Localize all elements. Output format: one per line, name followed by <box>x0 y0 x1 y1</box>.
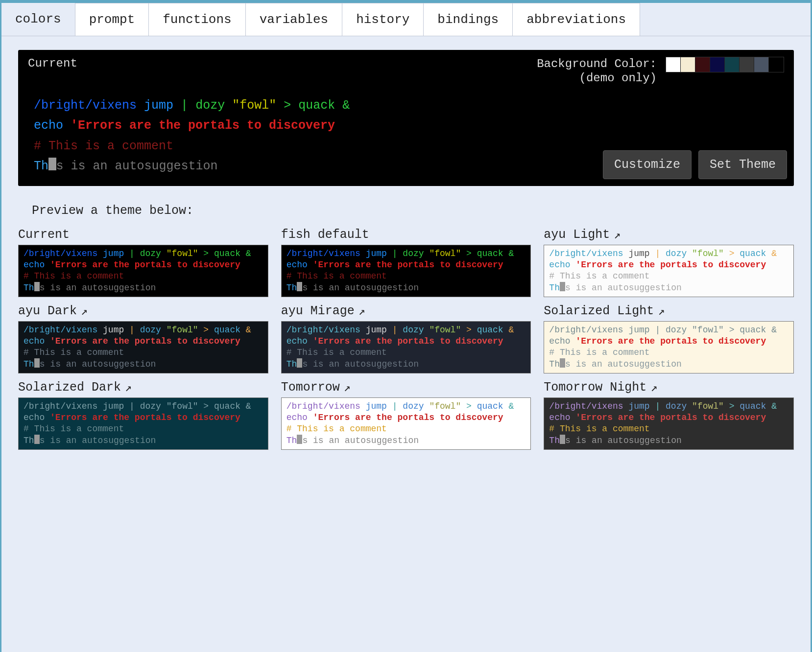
current-title: Current <box>28 57 77 70</box>
theme-title[interactable]: ayu Mirage ↗ <box>281 304 531 318</box>
tab-variables[interactable]: variables <box>245 3 342 36</box>
external-link-icon[interactable]: ↗ <box>344 381 351 395</box>
preview-label: Preview a theme below: <box>32 204 794 218</box>
theme-code-sample[interactable]: /bright/vixens jump | dozy "fowl" > quac… <box>18 321 268 373</box>
bg-color-label: Background Color: <box>537 57 657 71</box>
bg-swatch[interactable] <box>754 57 769 72</box>
external-link-icon[interactable]: ↗ <box>650 381 657 395</box>
external-link-icon[interactable]: ↗ <box>658 304 665 318</box>
theme-title[interactable]: Current <box>18 228 268 242</box>
theme-preview: fish default/bright/vixens jump | dozy "… <box>281 228 531 297</box>
theme-code-sample[interactable]: /bright/vixens jump | dozy "fowl" > quac… <box>544 321 794 373</box>
theme-title[interactable]: ayu Light ↗ <box>544 228 794 242</box>
bg-swatch[interactable] <box>710 57 725 72</box>
current-theme-block: Current Background Color: (demo only) /b… <box>18 50 794 186</box>
theme-preview: Solarized Dark ↗/bright/vixens jump | do… <box>18 380 268 450</box>
theme-title[interactable]: Tomorrow Night ↗ <box>544 380 794 395</box>
theme-title[interactable]: ayu Dark ↗ <box>18 304 268 318</box>
tab-colors[interactable]: colors <box>1 3 75 36</box>
theme-title[interactable]: Tomorrow ↗ <box>281 380 531 395</box>
theme-title[interactable]: fish default <box>281 228 531 242</box>
tab-bindings[interactable]: bindings <box>423 3 513 36</box>
external-link-icon[interactable]: ↗ <box>81 304 88 318</box>
bg-swatch[interactable] <box>681 57 695 72</box>
bg-swatch[interactable] <box>725 57 740 72</box>
tab-history[interactable]: history <box>342 3 424 36</box>
bg-swatch[interactable] <box>666 57 681 72</box>
theme-code-sample[interactable]: /bright/vixens jump | dozy "fowl" > quac… <box>281 321 531 373</box>
tab-abbreviations[interactable]: abbreviations <box>512 3 640 36</box>
bg-swatch[interactable] <box>740 57 754 72</box>
theme-preview: ayu Light ↗/bright/vixens jump | dozy "f… <box>544 228 794 297</box>
theme-preview: Tomorrow Night ↗/bright/vixens jump | do… <box>544 380 794 450</box>
external-link-icon[interactable]: ↗ <box>125 381 132 395</box>
bg-swatch[interactable] <box>695 57 710 72</box>
external-link-icon[interactable]: ↗ <box>358 304 365 318</box>
tab-prompt[interactable]: prompt <box>75 3 149 36</box>
set-theme-button[interactable]: Set Theme <box>698 150 787 179</box>
tab-bar: colorspromptfunctionsvariableshistorybin… <box>1 3 811 36</box>
theme-preview: Current/bright/vixens jump | dozy "fowl"… <box>18 228 268 297</box>
external-link-icon[interactable]: ↗ <box>614 228 621 242</box>
theme-preview: Tomorrow ↗/bright/vixens jump | dozy "fo… <box>281 380 531 450</box>
theme-preview: ayu Dark ↗/bright/vixens jump | dozy "fo… <box>18 304 268 373</box>
theme-code-sample[interactable]: /bright/vixens jump | dozy "fowl" > quac… <box>544 397 794 450</box>
theme-preview: ayu Mirage ↗/bright/vixens jump | dozy "… <box>281 304 531 373</box>
theme-code-sample[interactable]: /bright/vixens jump | dozy "fowl" > quac… <box>544 245 794 297</box>
bg-swatches <box>666 57 784 72</box>
bg-swatch[interactable] <box>769 57 784 72</box>
theme-code-sample[interactable]: /bright/vixens jump | dozy "fowl" > quac… <box>18 245 268 297</box>
theme-title[interactable]: Solarized Dark ↗ <box>18 380 268 395</box>
theme-code-sample[interactable]: /bright/vixens jump | dozy "fowl" > quac… <box>18 397 268 450</box>
bg-color-sublabel: (demo only) <box>537 71 657 85</box>
theme-title[interactable]: Solarized Light ↗ <box>544 304 794 318</box>
theme-preview: Solarized Light ↗/bright/vixens jump | d… <box>544 304 794 373</box>
theme-grid: Current/bright/vixens jump | dozy "fowl"… <box>18 228 794 450</box>
theme-code-sample[interactable]: /bright/vixens jump | dozy "fowl" > quac… <box>281 245 531 297</box>
customize-button[interactable]: Customize <box>603 150 692 179</box>
tab-functions[interactable]: functions <box>148 3 245 36</box>
theme-code-sample[interactable]: /bright/vixens jump | dozy "fowl" > quac… <box>281 397 531 450</box>
